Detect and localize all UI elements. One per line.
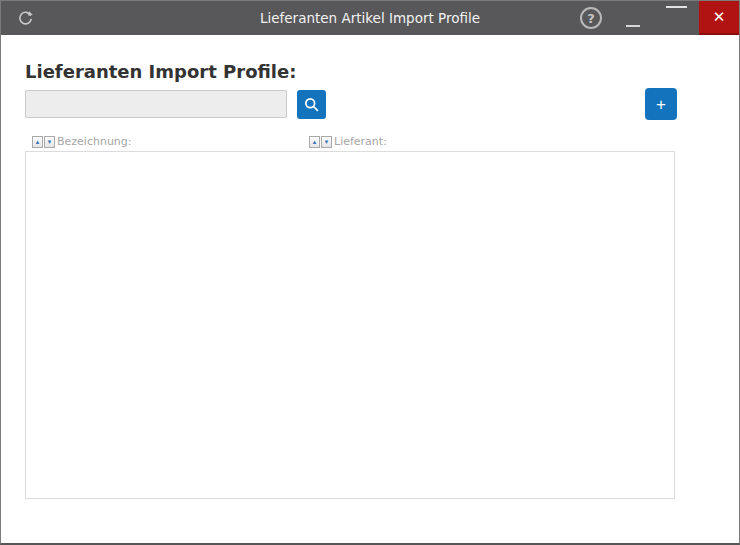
search-button[interactable]: [297, 90, 326, 119]
minimize-button[interactable]: [626, 1, 640, 35]
plus-icon: +: [656, 96, 666, 113]
sort-asc-button-bezeichnung[interactable]: ▲: [32, 136, 43, 148]
search-icon: [303, 96, 321, 114]
help-glyph: ?: [587, 11, 595, 26]
titlebar-controls: ? ✕: [580, 1, 739, 35]
window: Lieferanten Artikel Import Profile ? ✕ L…: [0, 0, 740, 545]
column-label-bezeichnung: Bezeichnung:: [57, 135, 132, 148]
main-content: Lieferanten Import Profile: + ▲ ▼ Bezeic…: [1, 35, 739, 544]
titlebar: Lieferanten Artikel Import Profile ? ✕: [1, 1, 739, 35]
close-icon: ✕: [713, 8, 726, 26]
column-header-lieferant: ▲ ▼ Lieferant:: [309, 135, 387, 148]
help-icon[interactable]: ?: [580, 7, 602, 29]
sort-desc-button-lieferant[interactable]: ▼: [321, 136, 332, 148]
column-header-bezeichnung: ▲ ▼ Bezeichnung:: [32, 135, 132, 148]
add-profile-button[interactable]: +: [645, 88, 677, 120]
sort-asc-button-lieferant[interactable]: ▲: [309, 136, 320, 148]
page-title: Lieferanten Import Profile:: [25, 61, 296, 82]
profile-list[interactable]: [25, 151, 675, 499]
column-header-row: ▲ ▼ Bezeichnung: ▲ ▼ Lieferant:: [1, 135, 739, 149]
search-input[interactable]: [25, 90, 287, 118]
column-label-lieferant: Lieferant:: [334, 135, 387, 148]
close-button[interactable]: ✕: [699, 1, 739, 35]
refresh-icon[interactable]: [16, 9, 34, 27]
sort-desc-button-bezeichnung[interactable]: ▼: [44, 136, 55, 148]
maximize-button[interactable]: [666, 1, 687, 35]
